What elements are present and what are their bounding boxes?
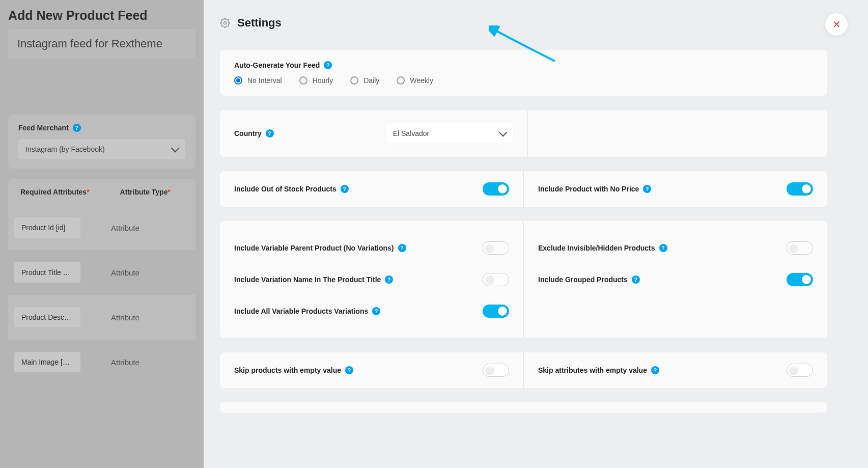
toggle-label: Exclude Invisible/Hidden Products [538,244,655,252]
toggle-exclude-invisible[interactable] [787,241,813,255]
toggle-out-of-stock[interactable] [483,182,509,196]
arrow-annotation [489,25,560,66]
section-skip-empty: Skip products with empty value? Skip att… [220,352,827,388]
settings-panel: Settings ✕ Auto-Generate Your Feed ? No … [204,0,868,468]
toggle-all-variations[interactable] [483,305,509,318]
section-variable: Include Variable Parent Product (No Vari… [220,221,827,338]
left-panel: Add New Product Feed Feed Merchant ? Ins… [0,0,204,468]
svg-point-0 [224,22,227,24]
toggle-skip-attrs-empty[interactable] [787,364,813,377]
toggle-label: Include All Variable Products Variations [234,307,368,315]
toggle-label: Include Product with No Price [538,185,639,193]
help-icon[interactable]: ? [266,129,274,137]
help-icon[interactable]: ? [345,366,353,374]
country-label: Country [234,129,262,137]
toggle-label: Include Out of Stock Products [234,185,337,193]
section-country: Country ? El Salvador [220,110,827,157]
toggle-label: Skip products with empty value [234,366,341,374]
close-icon: ✕ [832,18,841,31]
country-value: El Salvador [393,129,430,137]
gear-icon [220,18,230,28]
help-icon[interactable]: ? [632,276,640,284]
country-select[interactable]: El Salvador [386,123,513,144]
section-next [220,402,827,412]
toggle-variable-parent[interactable] [483,241,509,255]
help-icon[interactable]: ? [651,366,659,374]
help-icon[interactable]: ? [659,244,667,252]
toggle-skip-products-empty[interactable] [483,364,509,377]
settings-title: Settings [237,16,282,30]
toggle-no-price[interactable] [787,182,813,196]
toggle-label: Include Grouped Products [538,276,628,284]
toggle-label: Include Variation Name In The Product Ti… [234,276,381,284]
toggle-label: Skip attributes with empty value [538,366,647,374]
toggle-variation-name[interactable] [483,273,509,286]
close-button[interactable]: ✕ [825,13,848,36]
help-icon[interactable]: ? [324,61,332,69]
interval-radio-weekly[interactable]: Weekly [397,76,433,85]
chevron-down-icon [498,128,507,137]
interval-radio-group: No Interval Hourly Daily Weekly [234,76,813,85]
help-icon[interactable]: ? [643,185,651,193]
interval-radio-daily[interactable]: Daily [350,76,379,85]
autogen-label: Auto-Generate Your Feed [234,61,320,69]
toggle-grouped[interactable] [787,273,813,286]
help-icon[interactable]: ? [398,244,406,252]
interval-radio-hourly[interactable]: Hourly [299,76,333,85]
interval-radio-no-interval[interactable]: No Interval [234,76,282,85]
help-icon[interactable]: ? [341,185,349,193]
help-icon[interactable]: ? [385,276,393,284]
section-stock-price: Include Out of Stock Products? Include P… [220,171,827,207]
toggle-label: Include Variable Parent Product (No Vari… [234,244,394,252]
help-icon[interactable]: ? [372,307,380,315]
